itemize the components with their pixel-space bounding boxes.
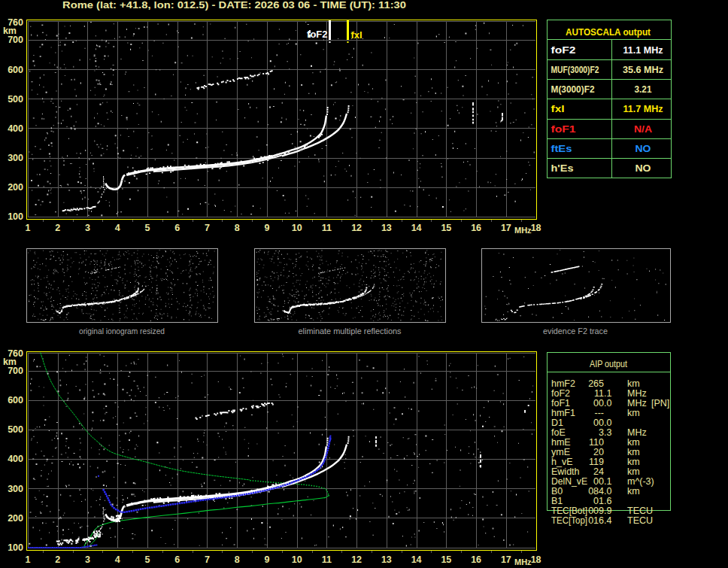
svg-text:h_vE: h_vE [551,457,573,467]
svg-text:16: 16 [471,554,481,565]
svg-text:18: 18 [531,223,541,233]
svg-text:TECU: TECU [627,506,653,516]
svg-text:200: 200 [8,513,23,524]
svg-text:20: 20 [593,447,604,457]
svg-text:700: 700 [8,366,23,376]
svg-text:hmF1: hmF1 [551,408,575,418]
svg-text:500: 500 [8,424,23,435]
svg-text:3: 3 [599,427,604,438]
svg-text:6: 6 [174,223,180,233]
svg-text:7: 7 [205,223,210,233]
svg-text:AUTOSCALA output: AUTOSCALA output [566,26,651,38]
svg-text:.4: .4 [604,515,611,526]
svg-text:12: 12 [351,223,362,233]
svg-text:original ionogram resized: original ionogram resized [79,327,165,336]
svg-text:foE: foE [551,427,566,438]
svg-text:foF1: foF1 [551,398,570,409]
svg-text:35.6 MHz: 35.6 MHz [623,64,663,75]
svg-text:500: 500 [8,94,23,105]
svg-text:4: 4 [115,554,120,565]
svg-text:9: 9 [264,554,269,565]
svg-text:km: km [627,378,640,389]
svg-text:13: 13 [381,223,392,233]
svg-text:6: 6 [174,554,180,565]
svg-text:.0: .0 [604,486,611,497]
svg-text:14: 14 [411,223,422,233]
svg-text:9: 9 [264,223,269,233]
svg-text:15: 15 [441,223,451,233]
svg-text:119: 119 [589,457,604,467]
svg-text:Rome (lat: +41.8, lon: 012.5): Rome (lat: +41.8, lon: 012.5) - DATE: 20… [62,0,406,11]
svg-text:m^(-3): m^(-3) [627,476,654,487]
svg-text:3: 3 [85,223,90,233]
svg-text:foF2: foF2 [551,388,570,399]
svg-text:265: 265 [588,378,604,389]
svg-text:17: 17 [501,223,511,233]
svg-text:5: 5 [144,554,150,565]
svg-text:evidence F2 trace: evidence F2 trace [543,327,608,336]
svg-text:MHz: MHz [514,557,532,566]
svg-text:7: 7 [205,554,210,565]
svg-text:B0: B0 [551,486,563,497]
svg-text:016: 016 [588,515,604,526]
svg-text:100: 100 [8,542,23,553]
svg-text:14: 14 [411,554,422,565]
svg-text:.0: .0 [604,398,611,409]
svg-text:.3: .3 [604,427,611,438]
svg-text:foF2: foF2 [307,29,327,40]
svg-text:[PN]: [PN] [651,398,669,409]
svg-text:foF1: foF1 [551,123,576,135]
svg-text:MHz: MHz [514,226,532,235]
svg-text:13: 13 [381,554,392,565]
svg-text:110: 110 [589,437,604,448]
svg-text:km: km [627,486,640,497]
svg-text:01: 01 [593,496,604,506]
svg-text:N/A: N/A [634,123,653,135]
svg-text:AIP output: AIP output [590,358,627,369]
svg-text:11: 11 [594,388,604,399]
svg-text:M(3000)F2: M(3000)F2 [551,84,595,95]
svg-text:ymE: ymE [551,447,570,457]
svg-text:10: 10 [292,554,302,565]
svg-text:18: 18 [531,554,541,565]
svg-text:---: --- [595,408,605,418]
svg-text:400: 400 [8,123,23,134]
svg-text:8: 8 [235,554,240,565]
svg-text:eliminate multiple reflections: eliminate multiple reflections [299,327,402,336]
svg-text:MHz: MHz [627,388,647,399]
svg-text:Ewidth: Ewidth [551,466,580,477]
svg-text:MHz: MHz [627,398,647,409]
svg-text:200: 200 [8,182,23,193]
svg-text:2: 2 [55,223,60,233]
svg-text:16: 16 [471,223,481,233]
svg-text:15: 15 [441,554,451,565]
svg-text:hmF2: hmF2 [551,378,575,389]
svg-text:300: 300 [8,153,23,163]
svg-text:8: 8 [235,223,240,233]
svg-text:MUF(3000)F2: MUF(3000)F2 [551,64,599,75]
svg-text:DelN_vE: DelN_vE [551,476,587,487]
svg-text:h'Es: h'Es [551,163,574,174]
svg-text:009: 009 [588,506,604,516]
svg-text:.1: .1 [604,388,611,399]
svg-text:B1: B1 [551,496,563,506]
svg-text:hmE: hmE [551,437,571,448]
svg-text:600: 600 [8,395,23,405]
svg-text:10: 10 [292,223,302,233]
svg-text:TEC[Bot]: TEC[Bot] [551,506,587,516]
svg-text:km: km [627,457,640,467]
svg-text:km: km [627,408,640,418]
svg-text:3: 3 [85,554,90,565]
svg-text:TECU: TECU [627,515,653,526]
svg-text:D1: D1 [551,418,563,428]
svg-text:11.7 MHz: 11.7 MHz [623,103,663,114]
svg-text:11: 11 [322,223,332,233]
svg-text:TEC[Top]: TEC[Top] [551,515,587,526]
svg-text:NO: NO [635,163,651,174]
svg-text:NO: NO [635,143,651,154]
svg-text:084: 084 [588,486,604,497]
svg-text:5: 5 [144,223,150,233]
svg-text:fxI: fxI [351,29,362,41]
svg-text:2: 2 [55,554,60,565]
svg-text:600: 600 [8,65,23,75]
